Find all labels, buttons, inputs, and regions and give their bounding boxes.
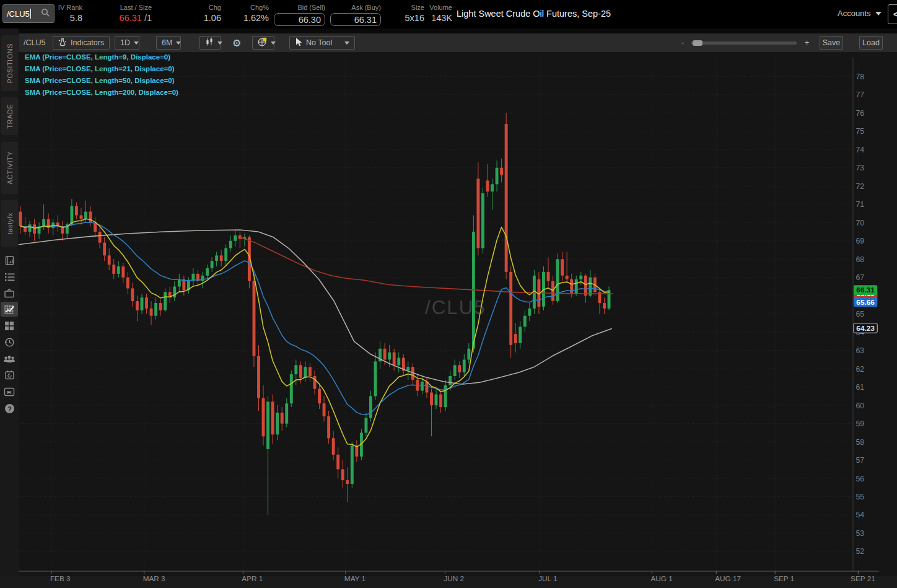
volume-label: Volume [429,4,452,11]
date-tick-label: AUG 1 [650,574,672,582]
candle-body [211,261,214,268]
candle-body [327,416,330,438]
candle-body [103,243,106,256]
sidebar-tab-positions[interactable]: POSITIONS [1,35,18,91]
price-tick-label: 78 [855,72,864,81]
sidebar-tab-activity[interactable]: ACTIVITY [1,142,18,194]
zoom-in-button[interactable]: + [805,36,809,50]
candle-body [346,480,349,484]
gear-icon: ⚙ [232,37,241,49]
chart-settings-button[interactable]: ⚙ [232,36,241,50]
candle-body [262,398,265,436]
accounts-menu[interactable]: Accounts [838,9,882,18]
candle-body [467,349,470,360]
sidebar-tab-trade[interactable]: TRADE [1,97,18,135]
time-axis[interactable]: FEB 3MAR 3APR 1MAY 1JUN 2JUL 1AUG 1AUG 1… [50,571,875,582]
social-icon[interactable] [0,351,19,366]
candle-body [154,303,157,316]
candle-body [397,358,400,365]
size-label: Size [405,4,424,11]
price-tick-label: 75 [855,127,864,136]
symbol-search-value: /CLU5 [7,9,30,19]
drawing-tool-dropdown[interactable]: No Tool [289,36,355,50]
candle-body [374,361,377,396]
legend-sma50[interactable]: SMA (Price=CLOSE, Length=50, Displace=0) [25,75,178,87]
range-dropdown[interactable]: 6M [156,36,181,50]
chevron-down-icon [217,42,222,45]
date-tick-label: JUN 2 [444,574,464,582]
candle-body [369,396,372,418]
calendar-history-icon[interactable] [0,367,19,382]
svg-text:64.23: 64.23 [856,324,875,332]
candle-body [28,224,32,232]
date-tick-label: AUG 17 [715,574,741,582]
live-tv-icon[interactable] [0,286,19,301]
candle-body [285,403,288,423]
candle-body [523,316,527,327]
candle-body [561,259,564,276]
sidebar-tab-tastyfx[interactable]: tastyfx [1,200,18,247]
candle-body [98,232,102,243]
instrument-name: Light Sweet Crude Oil Futures, Sep-25 [457,9,611,19]
zoom-slider-handle[interactable] [693,40,702,46]
iv-rank-label: IV Rank [58,4,82,11]
candle-body [42,219,45,226]
bid-button[interactable]: 66.30 [274,13,325,26]
candle-body [584,276,587,296]
ema21-price-label: 65.66 [854,297,877,307]
candle-body [500,168,503,175]
candle-body [421,382,424,391]
search-icon[interactable] [41,8,50,20]
zoom-slider-track[interactable] [691,42,797,45]
price-tick-label: 68 [855,255,864,264]
candle-body [448,376,452,385]
chevron-down-icon [134,42,139,45]
fixed-income-icon[interactable]: FI [0,384,19,399]
price-axis[interactable]: 5253545556575859606162636465666768697071… [855,72,864,556]
ask-button[interactable]: 66.31 [330,13,381,26]
volume-value: 143K [429,13,452,23]
candle-body [145,297,148,309]
candle-body [294,365,297,374]
chg-value: 1.06 [204,13,221,23]
chart-icon[interactable] [1,302,18,317]
candle-body [341,469,344,480]
price-tick-label: 73 [855,164,864,172]
chg-stat: Chg 1.06 [204,4,221,23]
candle-body [159,303,162,310]
candle-body [299,365,302,378]
zoom-out-button[interactable]: - [681,36,684,50]
help-icon[interactable]: ? [0,401,19,416]
collapse-panel-button[interactable]: < [888,4,897,24]
legend-sma200[interactable]: SMA (Price=CLOSE, Length=200, Displace=0… [25,87,178,99]
price-chart[interactable]: /CLU552535455565758596061626364656667686… [19,52,897,588]
chart-style-dropdown[interactable] [199,36,221,50]
candle-body [80,215,83,219]
candle-body [121,266,125,278]
price-tick-label: 74 [855,146,864,154]
zoom-slider[interactable] [691,36,797,50]
last-value: 66.31 [120,13,142,23]
load-button[interactable]: Load [859,36,883,50]
candle-body [257,356,260,398]
layout-dropdown[interactable] [252,36,274,50]
size-stat: Size 5x16 [405,4,424,23]
history-icon[interactable] [0,335,19,349]
watchlist-icon[interactable] [0,270,19,284]
chevron-down-icon [344,42,349,45]
date-tick-label: SEP 1 [774,574,794,582]
journal-icon[interactable] [0,253,19,268]
iv-rank-value: 5.8 [58,13,82,23]
legend-ema21[interactable]: EMA (Price=CLOSE, Length=21, Displace=0) [25,63,178,75]
save-button[interactable]: Save [820,36,843,50]
legend-ema9[interactable]: EMA (Price=CLOSE, Length=9, Displace=0) [25,51,178,63]
timeframe-dropdown[interactable]: 1D [115,36,139,50]
grid-icon[interactable] [0,318,19,333]
candle-body [505,124,508,272]
indicators-button[interactable]: Indicators [53,36,110,50]
accounts-label: Accounts [838,9,870,18]
symbol-search-input[interactable]: /CLU5 [2,4,55,23]
candle-body [336,455,339,470]
candlestick-style-icon [205,37,214,48]
date-tick-label: SEP 21 [851,574,875,582]
